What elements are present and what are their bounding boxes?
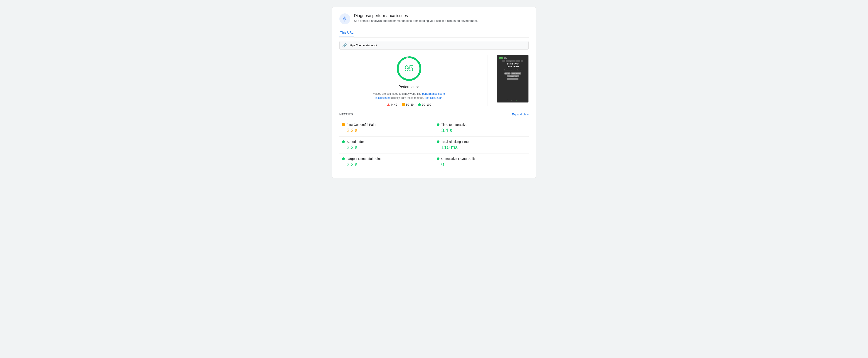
- score-section: 95 Performance Values are estimated and …: [339, 55, 478, 106]
- url-value: https://demo.stape.io/: [349, 43, 377, 47]
- page-title: Diagnose performance issues: [354, 13, 478, 18]
- metric-name-cls: Cumulative Layout Shift: [441, 157, 475, 160]
- preview-subtitle: Click on button to send event.: [504, 69, 522, 71]
- preview-tag-gtm: GTM: [502, 60, 505, 62]
- metric-name-row-lcp: Largest Contentful Paint: [342, 157, 431, 160]
- preview-buttons: Send Click Send EE Impression Send EE Ad…: [499, 72, 527, 80]
- legend-orange: 50–89: [402, 103, 413, 106]
- legend-orange-label: 50–89: [406, 103, 413, 106]
- metric-name-fcp: First Contentful Paint: [347, 123, 376, 126]
- metric-name-lcp: Largest Contentful Paint: [347, 157, 381, 160]
- metric-dot-si: [342, 140, 345, 143]
- header-section: Diagnose performance issues See detailed…: [339, 13, 529, 24]
- metric-value-fcp: 2.2 s: [347, 127, 431, 133]
- metric-dot-lcp: [342, 157, 345, 160]
- metrics-title: METRICS: [339, 113, 353, 116]
- metric-name-tbt: Total Blocking Time: [441, 140, 469, 144]
- metric-dot-tti: [437, 123, 439, 126]
- metric-value-lcp: 2.2 s: [347, 161, 431, 168]
- tabs-bar: This URL: [339, 29, 529, 37]
- preview-header-title: GTM: [504, 57, 507, 59]
- preview-top-tag: GTM: [499, 57, 503, 59]
- svg-point-2: [344, 19, 345, 19]
- preview-btn-send-ee-purchase: Send EE Purchase: [507, 78, 519, 80]
- metric-value-si: 2.2 s: [347, 145, 431, 150]
- score-label: Performance: [399, 85, 420, 89]
- preview-btn-send-ee-impression: Send EE Impression: [511, 72, 521, 74]
- metric-item-si: Speed Index 2.2 s: [339, 137, 434, 154]
- legend: 0–49 50–89 90–100: [387, 103, 431, 106]
- metric-dot-fcp: [342, 123, 345, 126]
- metric-name-row-fcp: First Contentful Paint: [342, 123, 431, 126]
- link-icon: 🔗: [342, 43, 347, 48]
- metric-name-si: Speed Index: [347, 140, 365, 144]
- preview-footer-link: Stape.io: [515, 99, 519, 101]
- header-text: Diagnose performance issues See detailed…: [354, 13, 478, 23]
- metric-name-row-tti: Time to Interactive: [437, 123, 526, 126]
- preview-footer: Demo template for Stape.io: [507, 98, 519, 101]
- preview-btn-row-3: Send EE Purchase: [507, 78, 519, 80]
- preview-btn-send-click: Send Click: [504, 72, 510, 74]
- metrics-section: METRICS Expand view First Contentful Pai…: [339, 113, 529, 171]
- score-note-text: Values are estimated and may vary. The: [373, 92, 421, 95]
- score-circle: 95: [395, 55, 423, 82]
- metric-item-tbt: Total Blocking Time 110 ms: [434, 137, 529, 154]
- metrics-header: METRICS Expand view: [339, 113, 529, 116]
- metric-value-tbt: 110 ms: [441, 145, 526, 150]
- main-card: Diagnose performance issues See detailed…: [332, 7, 536, 178]
- green-circle-icon: [418, 103, 421, 106]
- tab-this-url[interactable]: This URL: [339, 29, 354, 37]
- url-row: 🔗 https://demo.stape.io/: [339, 41, 529, 50]
- metric-item-tti: Time to Interactive 3.4 s: [434, 120, 529, 137]
- metric-name-row-tbt: Total Blocking Time: [437, 140, 526, 144]
- metric-dot-cls: [437, 157, 439, 160]
- preview-tags-row: GTM GTM Google GA4 Universal Tool: [502, 60, 523, 62]
- metric-value-cls: 0: [441, 161, 526, 168]
- preview-btn-row-2: Send EE AddProduct: [507, 75, 519, 77]
- orange-square-icon: [402, 103, 405, 106]
- preview-tag-google: GTM Google: [506, 60, 512, 62]
- metrics-grid: First Contentful Paint 2.2 s Time to Int…: [339, 120, 529, 171]
- preview-header-bar: GTM GTM: [499, 57, 527, 59]
- preview-thumbnail: GTM GTM GTM GTM Google GA4 Universal Too…: [497, 55, 529, 103]
- red-triangle-icon: [387, 103, 390, 106]
- metric-dot-tbt: [437, 140, 439, 143]
- legend-green: 90–100: [418, 103, 431, 106]
- preview-tag-tool: Tool: [521, 60, 523, 62]
- vertical-divider: [488, 55, 488, 106]
- metric-name-row-si: Speed Index: [342, 140, 431, 144]
- preview-btn-row-1: Send Click Send EE Impression: [504, 72, 521, 74]
- metric-name-tti: Time to Interactive: [441, 123, 467, 126]
- preview-tag-universal: Universal: [516, 60, 520, 62]
- metric-name-row-cls: Cumulative Layout Shift: [437, 157, 526, 160]
- legend-green-label: 90–100: [422, 103, 431, 106]
- score-value: 95: [404, 64, 413, 73]
- metric-item-fcp: First Contentful Paint 2.2 s: [339, 120, 434, 137]
- preview-tag-ga4: GA4: [512, 60, 515, 62]
- preview-title: GTM ServerDemo - GTM: [507, 63, 519, 68]
- main-content: 95 Performance Values are estimated and …: [339, 55, 529, 106]
- score-note: Values are estimated and may vary. The p…: [373, 92, 445, 100]
- preview-section: GTM GTM GTM GTM Google GA4 Universal Too…: [497, 55, 529, 103]
- preview-btn-send-ee-add: Send EE AddProduct: [507, 75, 519, 77]
- metric-item-lcp: Largest Contentful Paint 2.2 s: [339, 154, 434, 171]
- metric-value-tti: 3.4 s: [441, 127, 526, 133]
- see-calculator-link[interactable]: See calculator: [425, 96, 441, 99]
- page-description: See detailed analysis and recommendation…: [354, 19, 478, 23]
- legend-red: 0–49: [387, 103, 397, 106]
- legend-red-label: 0–49: [391, 103, 397, 106]
- expand-view-button[interactable]: Expand view: [512, 113, 529, 116]
- metric-item-cls: Cumulative Layout Shift 0: [434, 154, 529, 171]
- header-icon: [339, 13, 350, 24]
